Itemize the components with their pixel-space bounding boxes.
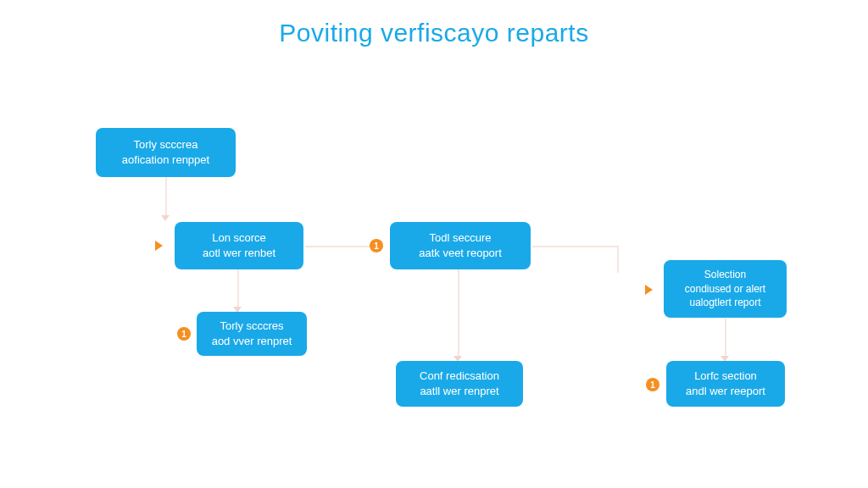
- badge-icon: 1: [177, 327, 191, 341]
- node-torly-scccres: Torly scccres aod vver renpret: [197, 312, 307, 356]
- node-text: Conf redicsation: [420, 369, 499, 384]
- connector: [458, 269, 459, 359]
- node-torly-scccrea: Torly scccrea aofication renppet: [96, 128, 236, 177]
- node-lon-scorce: Lon scorce aotl wer renbet: [175, 222, 303, 269]
- diagram-title: Poviting verfiscayo reparts: [0, 19, 868, 47]
- play-icon: [645, 285, 653, 295]
- node-text: aatll wer renpret: [420, 384, 498, 399]
- connector: [617, 246, 619, 273]
- node-text: Torly scccres: [220, 319, 283, 334]
- connector: [165, 177, 167, 218]
- play-icon: [155, 241, 163, 251]
- arrow-down-icon: [161, 215, 170, 221]
- node-text: Torly scccrea: [134, 137, 198, 152]
- node-text: aofication renppet: [122, 152, 209, 168]
- node-lorfc-section: Lorfc section andl wer reeport: [666, 361, 785, 407]
- node-text: Todl seccure: [430, 230, 492, 246]
- node-text: Solection: [704, 268, 746, 282]
- node-text: Lorfc section: [694, 369, 757, 384]
- node-text: ualogtlert report: [689, 296, 760, 310]
- badge-icon: 1: [646, 378, 659, 391]
- node-text: andl wer reeport: [686, 384, 765, 399]
- badge-icon: 1: [370, 239, 383, 252]
- connector: [237, 269, 239, 310]
- node-solection: Solection condiused or alert ualogtlert …: [664, 260, 787, 318]
- connector: [725, 319, 726, 359]
- node-text: aod vver renpret: [212, 334, 292, 349]
- node-text: aatk veet reoport: [419, 246, 502, 261]
- node-text: aotl wer renbet: [203, 246, 275, 261]
- connector: [532, 246, 617, 247]
- node-text: condiused or alert: [685, 282, 765, 297]
- node-todl-seccure: Todl seccure aatk veet reoport: [390, 222, 531, 269]
- node-conf-redicsation: Conf redicsation aatll wer renpret: [396, 361, 523, 407]
- node-text: Lon scorce: [212, 230, 266, 246]
